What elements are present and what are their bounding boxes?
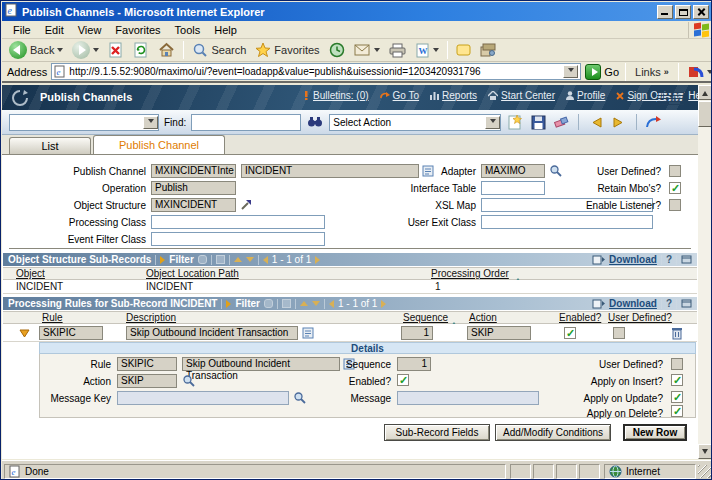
details-action-field[interactable]: SKIP — [117, 374, 177, 388]
media-button[interactable] — [477, 42, 499, 58]
next-page-down-icon[interactable] — [246, 257, 254, 262]
select-action-dropdown[interactable]: Select Action — [329, 114, 501, 131]
menu-tools[interactable]: Tools — [168, 22, 208, 38]
menu-file[interactable]: File — [6, 22, 38, 38]
search-button[interactable]: Search — [189, 41, 249, 59]
enable-listener-checkbox[interactable] — [669, 199, 681, 211]
edit-button[interactable]: W — [412, 42, 442, 59]
next-record-icon[interactable] — [315, 256, 320, 264]
refresh-button[interactable] — [130, 41, 152, 59]
object-structure-detail-menu-icon[interactable] — [240, 198, 253, 211]
row-rule-field[interactable]: SKIPIC — [39, 326, 103, 340]
filter-toggle[interactable]: Filter — [235, 298, 259, 309]
column-processing-order[interactable]: Processing Order — [431, 268, 509, 280]
column-rule[interactable]: Rule — [42, 312, 63, 324]
filter-binoculars-icon[interactable] — [264, 299, 273, 308]
long-description-icon[interactable] — [302, 327, 314, 339]
back-button[interactable]: Back — [6, 40, 66, 60]
user-exit-class-field[interactable] — [481, 215, 653, 229]
previous-record-icon[interactable] — [329, 300, 334, 308]
scrollbar-thumb[interactable] — [698, 101, 712, 127]
nav-bulletins[interactable]: Bulletins: (0) — [302, 90, 369, 101]
user-defined-checkbox[interactable] — [669, 165, 681, 177]
row-action-field[interactable]: SKIP — [467, 326, 531, 340]
find-binoculars-icon[interactable] — [306, 113, 324, 131]
details-apply-on-insert-checkbox[interactable] — [671, 374, 683, 386]
new-row-button[interactable]: New Row — [623, 424, 687, 441]
previous-page-up-icon[interactable] — [234, 257, 242, 262]
nav-go-to[interactable]: Go To — [380, 90, 420, 101]
details-apply-on-update-checkbox[interactable] — [671, 391, 683, 403]
delete-row-trash-icon[interactable] — [671, 326, 683, 340]
adapter-field[interactable]: MAXIMO — [481, 164, 545, 178]
minimize-button[interactable] — [657, 5, 673, 19]
resize-grip[interactable] — [698, 465, 711, 478]
address-dropdown-button[interactable] — [563, 65, 578, 78]
tab-publish-channel[interactable]: Publish Channel — [93, 135, 225, 154]
details-user-defined-checkbox[interactable] — [671, 358, 683, 370]
previous-row-button[interactable] — [587, 113, 605, 131]
scroll-down-button[interactable] — [698, 444, 712, 459]
menu-view[interactable]: View — [71, 22, 109, 38]
object-structure-field[interactable]: MXINCIDENT — [151, 198, 236, 212]
menu-edit[interactable]: Edit — [38, 22, 71, 38]
menu-help[interactable]: Help — [207, 22, 244, 38]
query-select-arrow[interactable] — [143, 116, 158, 129]
add-modify-conditions-button[interactable]: Add/Modify Conditions — [495, 424, 611, 441]
row-description-field[interactable]: Skip Outbound Incident Transaction — [126, 326, 298, 340]
collapse-section-icon[interactable] — [681, 299, 692, 308]
nav-profile[interactable]: Profile — [566, 90, 605, 101]
column-sequence[interactable]: Sequence — [403, 312, 448, 324]
processing-class-field[interactable] — [151, 215, 325, 229]
sub-records-row[interactable]: INCIDENT INCIDENT 1 — [3, 280, 697, 294]
interface-table-field[interactable] — [481, 181, 545, 195]
messenger-button[interactable] — [453, 42, 474, 58]
details-rule-field[interactable]: SKIPIC — [117, 357, 177, 371]
nav-reports[interactable]: Reports — [430, 90, 477, 101]
filter-expand-icon[interactable] — [226, 300, 231, 308]
row-sequence-field[interactable]: 1 — [401, 326, 433, 340]
column-enabled[interactable]: Enabled? — [559, 312, 601, 324]
clear-changes-button[interactable] — [552, 113, 570, 131]
row-user-defined-checkbox[interactable] — [613, 327, 625, 339]
new-record-button[interactable] — [506, 113, 524, 131]
retain-mbos-checkbox[interactable] — [669, 182, 681, 194]
scroll-up-button[interactable] — [698, 85, 712, 100]
details-apply-on-delete-checkbox[interactable] — [671, 405, 683, 417]
go-button[interactable]: Go — [585, 64, 619, 80]
action-magnifier-icon[interactable] — [182, 374, 195, 387]
filter-binoculars-icon[interactable] — [198, 255, 207, 264]
save-button[interactable] — [529, 113, 547, 131]
filter-expand-icon[interactable] — [160, 256, 165, 264]
clear-filter-icon[interactable] — [282, 299, 291, 308]
download-link[interactable]: Download — [609, 298, 657, 309]
operation-field[interactable]: Publish — [151, 181, 236, 195]
details-enabled-checkbox[interactable] — [397, 374, 409, 386]
section-help-icon[interactable]: ? — [666, 298, 672, 309]
row-expand-icon[interactable] — [19, 329, 30, 338]
address-input[interactable]: e http://9.1.5.52:9080/maximo/ui/?event=… — [51, 63, 581, 80]
favorites-button[interactable]: Favorites — [252, 41, 322, 59]
maximize-button[interactable] — [675, 5, 691, 19]
select-action-arrow[interactable] — [485, 116, 500, 129]
stop-button[interactable] — [105, 41, 127, 59]
details-message-key-field[interactable] — [117, 391, 289, 405]
vertical-scrollbar[interactable] — [698, 85, 712, 459]
download-link[interactable]: Download — [609, 254, 657, 265]
download-icon[interactable] — [592, 298, 605, 309]
sub-record-fields-button[interactable]: Sub-Record Fields — [384, 424, 490, 441]
column-action[interactable]: Action — [469, 312, 497, 324]
next-page-down-icon[interactable] — [312, 301, 320, 306]
home-button[interactable] — [155, 41, 178, 59]
event-filter-class-field[interactable] — [151, 232, 325, 246]
workflow-route-button[interactable] — [645, 113, 663, 131]
clear-filter-icon[interactable] — [216, 255, 225, 264]
details-message-field[interactable] — [397, 391, 539, 405]
tab-list[interactable]: List — [9, 137, 91, 154]
details-sequence-field[interactable]: 1 — [397, 357, 431, 371]
download-icon[interactable] — [592, 254, 605, 265]
column-object-location-path[interactable]: Object Location Path — [146, 268, 239, 280]
row-enabled-checkbox[interactable] — [564, 327, 576, 339]
column-user-defined[interactable]: User Defined? — [608, 312, 672, 324]
message-key-magnifier-icon[interactable] — [293, 391, 306, 404]
